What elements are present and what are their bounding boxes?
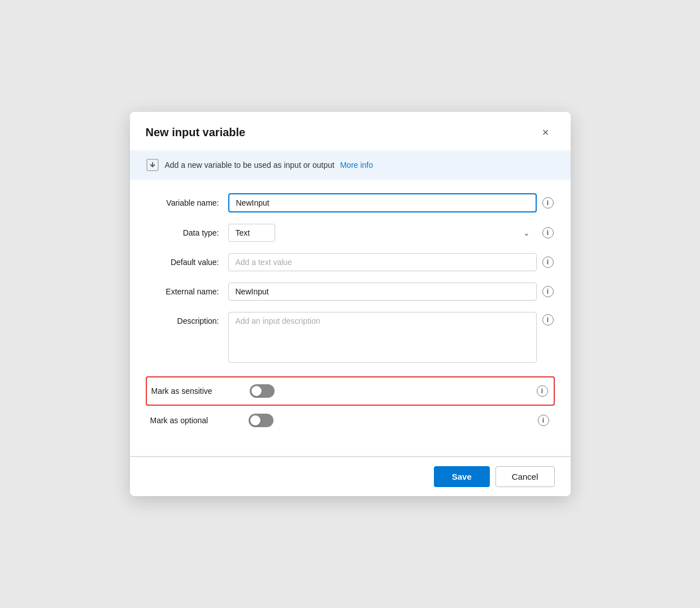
mark-sensitive-label: Mark as sensitive — [151, 386, 242, 396]
description-info-button[interactable]: i — [541, 312, 555, 325]
form-body: Variable name: i Data type: Text Number … — [130, 180, 571, 456]
info-icon: i — [538, 415, 549, 426]
mark-sensitive-toggle[interactable] — [250, 384, 275, 398]
more-info-link[interactable]: More info — [340, 160, 373, 170]
mark-optional-row: Mark as optional i — [146, 408, 555, 433]
data-type-select-wrap: Text Number Boolean List Datetime ⌄ — [228, 224, 537, 242]
close-button[interactable]: × — [537, 123, 555, 141]
cancel-button[interactable]: Cancel — [495, 466, 555, 487]
info-icon: i — [542, 314, 554, 325]
description-textarea[interactable] — [228, 312, 537, 363]
data-type-info-button[interactable]: i — [541, 226, 555, 240]
info-icon: i — [542, 227, 554, 238]
description-input-wrap: i — [228, 312, 555, 363]
info-icon: i — [542, 197, 554, 209]
mark-optional-label: Mark as optional — [150, 416, 241, 425]
new-input-variable-dialog: New input variable × Add a new variable … — [130, 112, 571, 496]
mark-sensitive-row: Mark as sensitive i — [146, 376, 555, 406]
mark-optional-info-button[interactable]: i — [537, 414, 550, 427]
default-value-info-button[interactable]: i — [541, 255, 555, 269]
save-button[interactable]: Save — [434, 466, 490, 487]
info-icon: i — [542, 286, 554, 297]
mark-sensitive-info-button[interactable]: i — [536, 384, 549, 398]
default-value-row: Default value: i — [146, 253, 555, 271]
description-row: Description: i — [146, 312, 555, 363]
dialog-header: New input variable × — [130, 112, 571, 150]
external-name-row: External name: i — [146, 283, 555, 301]
description-label: Description: — [146, 312, 219, 325]
variable-name-input-wrap: i — [228, 193, 555, 212]
variable-name-info-button[interactable]: i — [541, 196, 555, 210]
chevron-down-icon: ⌄ — [523, 228, 530, 237]
default-value-label: Default value: — [146, 258, 219, 267]
dialog-footer: Save Cancel — [130, 457, 571, 496]
external-name-input-wrap: i — [228, 283, 555, 301]
variable-name-input[interactable] — [228, 193, 537, 212]
toggle-thumb — [250, 415, 260, 425]
toggle-section: Mark as sensitive i Mark as optional — [146, 376, 555, 433]
data-type-input-wrap: Text Number Boolean List Datetime ⌄ i — [228, 224, 555, 242]
toggle-thumb — [251, 386, 262, 396]
mark-optional-toggle[interactable] — [249, 414, 273, 427]
default-value-input[interactable] — [228, 253, 537, 271]
download-icon — [146, 158, 159, 172]
variable-name-row: Variable name: i — [146, 193, 555, 212]
external-name-info-button[interactable]: i — [541, 285, 555, 298]
variable-name-label: Variable name: — [146, 198, 219, 207]
default-value-input-wrap: i — [228, 253, 555, 271]
sensitive-info-wrap: i — [536, 384, 549, 398]
external-name-input[interactable] — [228, 283, 537, 301]
banner-text: Add a new variable to be used as input o… — [165, 160, 334, 170]
info-icon: i — [542, 257, 554, 268]
dialog-title: New input variable — [146, 126, 246, 139]
external-name-label: External name: — [146, 287, 219, 296]
optional-info-wrap: i — [537, 414, 550, 427]
info-icon: i — [537, 385, 548, 397]
info-banner: Add a new variable to be used as input o… — [130, 150, 571, 180]
data-type-row: Data type: Text Number Boolean List Date… — [146, 224, 555, 242]
data-type-select[interactable]: Text Number Boolean List Datetime — [228, 224, 275, 242]
data-type-label: Data type: — [146, 228, 219, 237]
